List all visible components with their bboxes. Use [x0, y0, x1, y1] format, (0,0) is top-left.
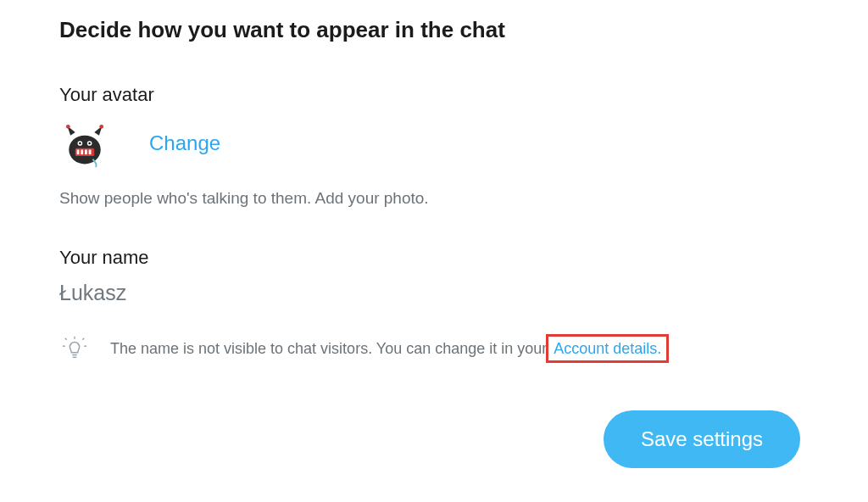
change-avatar-link[interactable]: Change: [149, 131, 220, 155]
name-value: Łukasz: [59, 281, 809, 305]
svg-point-11: [99, 125, 103, 129]
svg-point-9: [88, 142, 90, 144]
svg-rect-2: [77, 150, 80, 155]
name-tip-row: The name is not visible to chat visitors…: [59, 336, 809, 361]
name-label: Your name: [59, 247, 809, 269]
monster-avatar-icon: [59, 118, 110, 169]
name-tip-text: The name is not visible to chat visitors…: [110, 340, 669, 358]
footer: Save settings: [59, 410, 809, 468]
name-section: Your name Łukasz The name is not visible…: [59, 247, 809, 361]
avatar-helper-text: Show people who's talking to them. Add y…: [59, 189, 809, 208]
svg-line-15: [65, 338, 67, 340]
avatar-section: Your avatar Change Show peopl: [59, 84, 809, 208]
save-settings-button[interactable]: Save settings: [604, 410, 800, 468]
avatar-image: [59, 118, 110, 169]
lightbulb-icon: [59, 336, 90, 361]
svg-rect-4: [85, 150, 87, 155]
svg-rect-3: [81, 150, 83, 155]
svg-point-8: [79, 142, 81, 144]
account-details-link[interactable]: Account details.: [546, 334, 669, 363]
svg-point-10: [66, 125, 70, 129]
avatar-row: Change: [59, 118, 809, 169]
svg-line-16: [82, 338, 84, 340]
name-tip-prefix: The name is not visible to chat visitors…: [110, 340, 551, 357]
avatar-label: Your avatar: [59, 84, 809, 106]
svg-rect-5: [89, 150, 92, 155]
page-title: Decide how you want to appear in the cha…: [59, 17, 809, 43]
